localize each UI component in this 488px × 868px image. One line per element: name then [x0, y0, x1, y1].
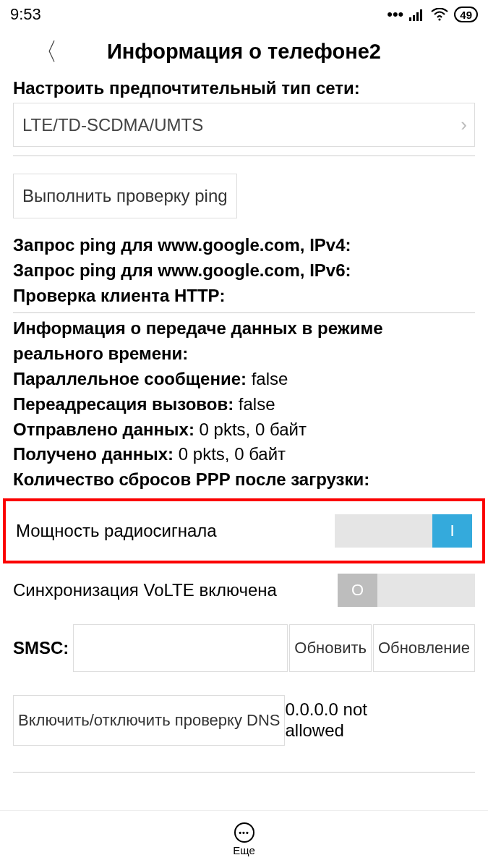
- radio-power-label: Мощность радиосигнала: [16, 521, 217, 541]
- page-header: 〈 Информация о телефоне2: [0, 29, 488, 74]
- svg-point-4: [439, 18, 441, 20]
- status-bar: 9:53 ••• 49: [0, 0, 488, 29]
- parallel-value: false: [252, 369, 288, 388]
- realtime-header: Информация о передаче данных в режиме ре…: [13, 318, 383, 363]
- toggle-off-knob: O: [338, 574, 377, 607]
- more-icon[interactable]: •••: [234, 822, 254, 843]
- ppp-label: Количество сбросов PPP после загрузки:: [13, 469, 369, 489]
- smsc-update-button[interactable]: Обновить: [289, 624, 372, 672]
- volte-label: Синхронизация VoLTE включена: [13, 580, 277, 600]
- parallel-label: Параллельное сообщение:: [13, 369, 247, 388]
- divider: [13, 772, 475, 773]
- chevron-right-icon: ›: [461, 114, 467, 136]
- divider: [13, 156, 475, 156]
- page-title: Информация о телефоне2: [0, 40, 488, 64]
- wifi-icon: [431, 8, 448, 21]
- ping-ipv4-label: Запрос ping для www.google.com, IPv4:: [13, 235, 351, 255]
- smsc-input[interactable]: [73, 624, 288, 672]
- realtime-info: Информация о передаче данных в режиме ре…: [0, 313, 488, 494]
- toggle-on-knob: I: [432, 514, 472, 548]
- smsc-label: SMSC:: [13, 638, 69, 658]
- network-type-dropdown[interactable]: LTE/TD-SCDMA/UMTS ›: [13, 103, 475, 147]
- http-check-label: Проверка клиента HTTP:: [13, 286, 226, 305]
- dns-value: 0.0.0.0 not allowed: [285, 699, 393, 741]
- status-time: 9:53: [10, 5, 41, 24]
- ping-ipv6-label: Запрос ping для www.google.com, IPv6:: [13, 260, 351, 280]
- network-type-value: LTE/TD-SCDMA/UMTS: [22, 115, 203, 135]
- battery-badge: 49: [454, 7, 478, 22]
- volte-row: Синхронизация VoLTE включена O: [0, 568, 488, 613]
- dns-row: Включить/отключить проверку DNS 0.0.0.0 …: [0, 684, 488, 757]
- recv-value: 0 pkts, 0 байт: [179, 444, 286, 464]
- radio-power-row-highlight: Мощность радиосигнала I: [3, 498, 485, 563]
- smsc-refresh-button[interactable]: Обновление: [373, 624, 475, 672]
- dots-icon: •••: [387, 5, 403, 24]
- svg-rect-3: [420, 9, 422, 21]
- network-section: Настроить предпочтительный тип сети: LTE…: [0, 74, 488, 156]
- smsc-row: SMSC: Обновить Обновление: [0, 613, 488, 684]
- dns-toggle-button[interactable]: Включить/отключить проверку DNS: [13, 695, 285, 746]
- more-label: Еще: [233, 844, 255, 856]
- status-right: ••• 49: [387, 5, 478, 24]
- volte-toggle[interactable]: O: [338, 574, 475, 607]
- ping-info: Запрос ping для www.google.com, IPv4: За…: [0, 231, 488, 310]
- svg-rect-2: [416, 12, 419, 21]
- forwarding-value: false: [239, 394, 275, 414]
- radio-power-toggle[interactable]: I: [335, 514, 472, 548]
- sent-value: 0 pkts, 0 байт: [200, 420, 307, 439]
- svg-rect-1: [413, 15, 415, 21]
- svg-rect-0: [409, 17, 411, 21]
- ping-button-container: Выполнить проверку ping: [13, 174, 475, 218]
- forwarding-label: Переадресация вызовов:: [13, 394, 234, 414]
- recv-label: Получено данных:: [13, 444, 174, 464]
- footer-bar: ••• Еще: [0, 810, 488, 868]
- sent-label: Отправлено данных:: [13, 420, 194, 439]
- network-section-label: Настроить предпочтительный тип сети:: [13, 78, 475, 98]
- signal-icon: [409, 8, 425, 21]
- ping-button[interactable]: Выполнить проверку ping: [13, 174, 237, 218]
